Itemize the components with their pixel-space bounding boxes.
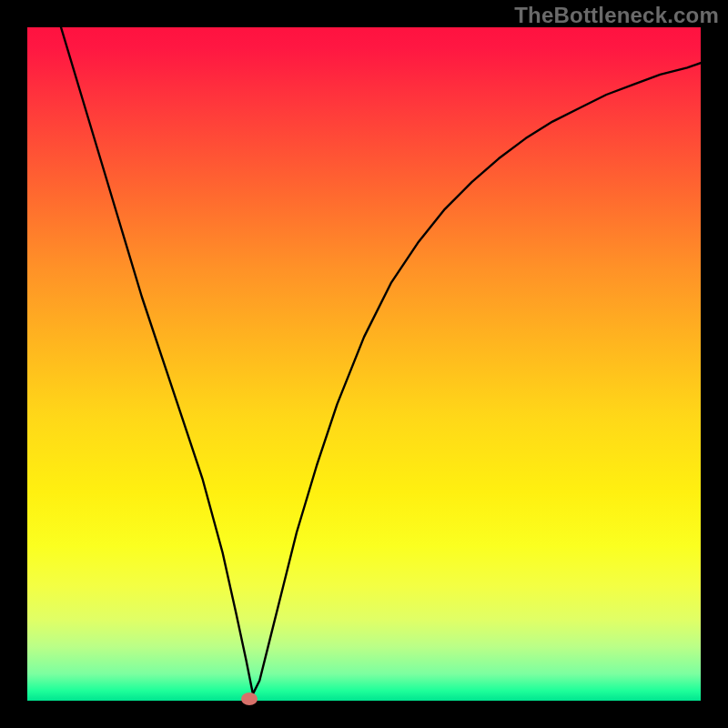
watermark-text: TheBottleneck.com xyxy=(514,3,719,28)
plot-area xyxy=(27,27,701,701)
optimum-marker xyxy=(241,693,258,705)
bottleneck-curve xyxy=(61,27,701,694)
curve-svg xyxy=(27,27,701,701)
chart-frame: TheBottleneck.com xyxy=(0,0,728,728)
